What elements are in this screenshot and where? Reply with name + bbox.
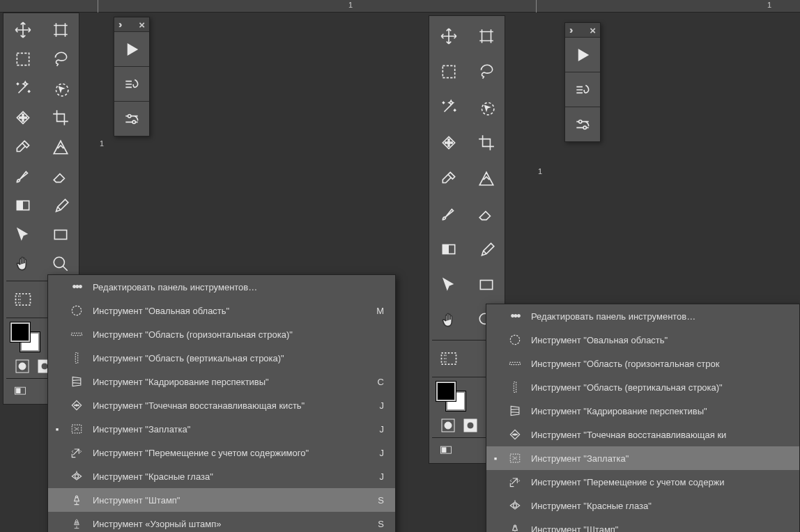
lasso-tool[interactable] (470, 56, 503, 87)
move-tool[interactable] (432, 20, 466, 52)
screen-mode-button[interactable] (436, 442, 456, 459)
standard-mode-icon[interactable] (440, 418, 456, 433)
panel-item-adjust[interactable] (114, 101, 149, 136)
menu-item[interactable]: Инструмент "Овальная область" (486, 328, 799, 352)
path-select-tool[interactable] (6, 222, 40, 247)
healing-tool[interactable] (432, 127, 466, 158)
fg-color[interactable] (10, 322, 30, 342)
quick-select-tool[interactable] (44, 76, 77, 101)
menu-item[interactable]: Инструмент "Штамп"S (48, 488, 395, 512)
edit-toolbar-button[interactable] (6, 285, 40, 313)
collapse-icon[interactable]: ›› (118, 19, 119, 30)
menu-item[interactable]: Инструмент "Штамп" (486, 517, 799, 532)
rectangle-tool[interactable] (44, 222, 77, 247)
menu-item-label: Инструмент "Кадрирование перспективы" (531, 406, 788, 416)
quick-select-tool[interactable] (470, 91, 503, 123)
marquee-tool[interactable] (432, 56, 466, 87)
fg-color[interactable] (436, 382, 456, 401)
menu-item-label: Инструмент "Красные глаза" (93, 471, 360, 482)
rectangle-tool[interactable] (470, 269, 503, 300)
menu-item-shortcut: J (369, 424, 384, 435)
menu-item-shortcut: J (369, 448, 384, 458)
magic-wand-tool[interactable] (6, 76, 40, 101)
menu-item[interactable]: Инструмент "Область (вертикальная строка… (486, 375, 799, 399)
actions-panel[interactable]: ›› × (114, 17, 150, 136)
eraser-tool[interactable] (470, 198, 503, 229)
ellipse-marquee-icon (507, 332, 523, 347)
menu-item[interactable]: Инструмент "Точечная восстанавливающая к… (486, 423, 799, 446)
screen-mode-button[interactable] (10, 383, 30, 400)
collapse-icon[interactable]: ›› (569, 24, 570, 36)
eyedropper-tool[interactable] (6, 134, 40, 159)
artboard-tool[interactable] (44, 17, 77, 42)
menu-item[interactable]: Инструмент "Перемещение с учетом содержи (486, 470, 799, 494)
menu-item[interactable]: ▪Инструмент "Заплатка" (486, 446, 799, 470)
magic-wand-tool[interactable] (432, 91, 466, 123)
color-swatch[interactable] (436, 382, 466, 411)
healing-tool[interactable] (6, 105, 40, 130)
menu-item[interactable]: Инструмент "Красные глаза" (486, 494, 799, 517)
menu-item[interactable]: Инструмент "Красные глаза"J (48, 464, 395, 488)
frame-tool[interactable] (44, 134, 77, 159)
menu-item-label: Инструмент "Точечная восстанавливающая к… (93, 400, 360, 411)
brush-tool[interactable] (432, 198, 466, 229)
quickmask-mode-icon[interactable] (463, 418, 478, 433)
menu-item[interactable]: Инструмент "Точечная восстанавливающая к… (48, 393, 395, 417)
path-select-tool[interactable] (432, 269, 466, 300)
menu-item[interactable]: Инструмент "Кадрирование перспективы"C (48, 370, 395, 393)
menu-edit-toolbar[interactable]: ••• Редактировать панель инструментов… (48, 275, 395, 299)
menu-item[interactable]: ▪Инструмент "Заплатка"J (48, 417, 395, 441)
hand-tool[interactable] (432, 304, 466, 336)
ellipse-marquee-icon (69, 303, 84, 318)
brush-tool[interactable] (6, 164, 40, 189)
pen-tool[interactable] (44, 193, 77, 218)
menu-item[interactable]: Инструмент "Перемещение с учетом содержи… (48, 441, 395, 464)
gradient-tool[interactable] (432, 233, 466, 265)
gradient-tool[interactable] (6, 193, 40, 218)
lasso-tool[interactable] (44, 47, 77, 72)
redeye-icon (507, 498, 523, 513)
col-marquee-icon (69, 350, 84, 366)
standard-mode-icon[interactable] (15, 359, 30, 374)
move-tool[interactable] (6, 17, 40, 42)
dots-icon: ••• (69, 279, 84, 295)
zoom-tool[interactable] (44, 251, 77, 276)
crop-tool[interactable] (470, 127, 503, 158)
close-icon[interactable]: × (590, 24, 596, 36)
menu-item[interactable]: Инструмент "Область (горизонтальная стро… (48, 322, 395, 346)
persp-crop-icon (507, 403, 523, 418)
panel-item-adjust[interactable] (565, 107, 600, 141)
menu-item[interactable]: Инструмент "Область (вертикальная строка… (48, 346, 395, 370)
panel-item-brushes[interactable] (565, 72, 600, 107)
hand-tool[interactable] (6, 251, 40, 276)
menu-item[interactable]: Инструмент "Область (горизонтальная стро… (486, 352, 799, 375)
clone-stamp-icon (507, 522, 523, 532)
active-mark: ▪ (54, 424, 61, 435)
clone-stamp-icon (69, 492, 84, 508)
edit-toolbar-button[interactable] (432, 345, 466, 373)
menu-item-label: Инструмент "Точечная восстанавливающая к… (531, 430, 788, 440)
menu-edit-toolbar[interactable]: ••• Редактировать панель инструментов… (486, 304, 799, 328)
panel-tab-header[interactable]: ›› × (114, 17, 149, 31)
marquee-tool[interactable] (6, 47, 40, 72)
artboard-tool[interactable] (470, 20, 503, 52)
menu-item[interactable]: Инструмент "Кадрирование перспективы" (486, 399, 799, 423)
menu-item-label: Инструмент "Штамп" (531, 524, 788, 533)
panel-item-play[interactable] (565, 37, 600, 72)
eyedropper-tool[interactable] (432, 162, 466, 194)
menu-item-label: Инструмент "Заплатка" (93, 424, 360, 435)
menu-item[interactable]: Инструмент «Узорный штамп»S (48, 512, 395, 532)
pen-tool[interactable] (470, 233, 503, 265)
frame-tool[interactable] (470, 162, 503, 194)
crop-tool[interactable] (44, 105, 77, 130)
panel-item-play[interactable] (114, 31, 149, 66)
actions-panel[interactable]: ›› × (564, 22, 601, 142)
panel-item-brushes[interactable] (114, 66, 149, 101)
menu-item-label: Инструмент "Область (вертикальная строка… (93, 353, 360, 363)
menu-item[interactable]: Инструмент "Овальная область"M (48, 299, 395, 322)
color-swatch[interactable] (10, 322, 40, 352)
menu-item-label: Инструмент "Область (горизонтальная стро… (93, 329, 360, 340)
panel-tab-header[interactable]: ›› × (565, 23, 600, 37)
eraser-tool[interactable] (44, 164, 77, 189)
close-icon[interactable]: × (139, 19, 145, 31)
